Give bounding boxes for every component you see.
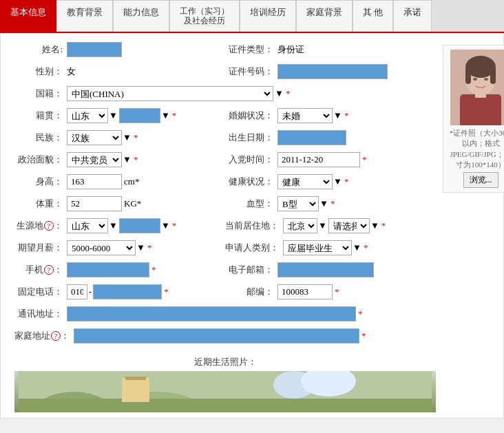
home-label: 家庭地址?： [14,330,70,342]
row-origin-place-current-address: 生源地?： 山东 ▼ ▼ * 当前居住地： 北京 [14,218,436,233]
col-ethnicity: 民族： 汉族 ▼ * [14,130,225,145]
origin-place-province-select[interactable]: 山东 [67,218,108,233]
browse-button[interactable]: 浏览... [463,172,498,188]
col-dob: 出生日期： [225,130,436,145]
dob-input[interactable] [277,130,346,145]
origin-required: * [172,110,177,121]
current-address-label: 当前居住地： [225,220,279,232]
tab-family[interactable]: 家庭背景 [296,0,353,32]
origin-city-input[interactable] [119,108,160,123]
mobile-input[interactable] [67,262,149,277]
col-blood: 血型： B型 ▼ * [225,196,436,211]
row-origin-marital: 籍贯： 山东 ▼ ▼ * 婚姻状况： 未婚 ▼ [14,108,436,123]
tab-basic-info[interactable]: 基本信息 [0,0,56,32]
col-gender: 性别： 女 [14,65,225,78]
recent-photo-strip [14,371,436,412]
height-input[interactable] [67,174,122,189]
party-date-label: 入党时间： [225,154,273,166]
col-salary: 期望月薪： 5000-6000 ▼ * [14,240,225,255]
origin-label: 籍贯： [14,109,63,122]
main-wrap: 姓名: 证件类型： 身份证 性别： 女 证件号码： [14,42,504,412]
row-mobile-email: 手机?： * 电子邮箱： [14,262,436,277]
weight-unit: KG* [124,198,141,209]
origin-place-city-input[interactable] [119,218,160,233]
id-number-label: 证件号码： [225,65,273,78]
gender-label: 性别： [14,65,63,78]
name-input[interactable] [67,42,122,57]
marital-select[interactable]: 未婚 [277,108,333,123]
health-select[interactable]: 健康 [277,174,333,189]
row-weight-blood: 体重： KG* 血型： B型 ▼ * [14,196,436,211]
name-label: 姓名: [14,43,63,56]
row-political-partydate: 政治面貌： 中共党员 ▼ * 入党时间： * [14,152,436,167]
tab-work[interactable]: 工作（实习）及社会经历 [169,0,240,32]
applicant-label: 申请人类别： [225,242,279,254]
col-current-address: 当前居住地： 北京 ▼ 请选择 ▼ * [225,218,436,233]
ethnicity-required: * [134,132,138,143]
blood-select[interactable]: B型 [277,196,319,211]
col-idtype: 证件类型： 身份证 [225,43,436,56]
landline-number-input[interactable] [93,284,162,299]
svg-rect-3 [19,399,432,412]
political-select[interactable]: 中共党员 [67,152,122,167]
col-mobile: 手机?： * [14,262,225,277]
contact-required: * [358,308,363,319]
postal-input[interactable] [277,284,333,299]
salary-select[interactable]: 5000-6000 [67,240,136,255]
col-marital: 婚姻状况： 未婚 ▼ * [225,108,436,123]
col-political: 政治面貌： 中共党员 ▼ * [14,152,225,167]
tab-bar: 基本信息 教育背景 能力信息 工作（实习）及社会经历 培训经历 家庭背景 其 他… [0,0,504,33]
blood-required: * [330,198,335,209]
health-label: 健康状况： [225,176,273,188]
home-help-icon[interactable]: ? [51,331,61,341]
mobile-required: * [151,264,156,275]
tab-training[interactable]: 培训经历 [240,0,296,32]
origin-place-help-icon[interactable]: ? [44,221,54,231]
col-name: 姓名: [14,42,225,57]
dash: - [89,286,92,297]
mobile-help-icon[interactable]: ? [44,265,54,275]
weight-label: 体重： [14,198,63,210]
applicant-required: * [364,242,368,253]
ethnicity-select[interactable]: 汉族 [67,130,122,145]
tab-other[interactable]: 其 他 [353,0,393,32]
landline-label: 固定电话： [14,286,63,298]
col-origin: 籍贯： 山东 ▼ ▼ * [14,108,225,123]
current-address-city-select[interactable]: 请选择 [328,218,370,233]
tab-commitment[interactable]: 承诺 [393,0,432,32]
salary-label: 期望月薪： [14,242,63,254]
height-unit: cm* [124,176,139,187]
home-input[interactable] [74,328,359,344]
row-home-address: 家庭地址?： * [14,328,436,344]
photo-placeholder-svg [14,371,436,412]
contact-input[interactable] [67,306,356,321]
col-postal: 邮编： * [225,284,436,299]
nationality-select[interactable]: 中国(CHINA) [67,86,273,101]
form-container: 姓名: 证件类型： 身份证 性别： 女 证件号码： [0,33,504,419]
mobile-label: 手机?： [14,264,63,276]
marital-required: * [344,110,349,121]
party-date-required: * [362,154,367,165]
email-label: 电子邮箱： [225,264,273,276]
col-email: 电子邮箱： [225,262,436,277]
landline-area-input[interactable] [67,284,87,299]
tab-education[interactable]: 教育背景 [56,0,113,32]
applicant-select[interactable]: 应届毕业生 [283,240,352,255]
current-address-required: * [381,220,386,231]
dob-label: 出生日期： [225,131,273,144]
col-nationality: 国籍： 中国(CHINA) ▼ * [14,86,436,101]
photo-box: *证件照（大小30K以内；格式JPEG/GIF/JPG；尺寸为100*140） … [443,45,504,193]
current-address-province-select[interactable]: 北京 [283,218,317,233]
recent-photo-label: 近期生活照片： [14,350,436,371]
tab-skills[interactable]: 能力信息 [113,0,169,32]
party-date-input[interactable] [277,152,360,167]
id-number-input[interactable] [277,64,388,79]
row-landline-postal: 固定电话： - * 邮编： * [14,284,436,299]
email-input[interactable] [277,262,374,277]
postal-label: 邮编： [225,286,273,298]
id-type-label: 证件类型： [225,43,273,56]
weight-input[interactable] [67,196,122,211]
origin-province-select[interactable]: 山东 [67,108,108,123]
row-name-idtype: 姓名: 证件类型： 身份证 [14,42,436,57]
id-type-value: 身份证 [277,43,304,56]
